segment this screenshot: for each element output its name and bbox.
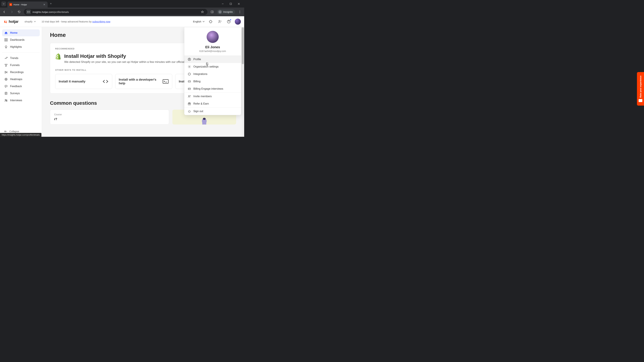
menu-user-email: 6167ae94@moodjoy.com	[188, 50, 238, 52]
sidebar-item-highlights[interactable]: Highlights	[2, 43, 40, 50]
menu-profile[interactable]: Profile	[184, 56, 241, 63]
chevron-down-icon	[202, 21, 204, 22]
menu-item-label: Profile	[193, 58, 201, 61]
install-developer-button[interactable]: Install with a developer's help	[115, 74, 172, 89]
sidebar-item-interviews[interactable]: Interviews	[2, 97, 40, 104]
scrollbar[interactable]	[242, 27, 244, 137]
menu-signout[interactable]: Sign out	[184, 108, 241, 115]
install-manually-button[interactable]: Install it manually	[55, 74, 112, 89]
new-tab-button[interactable]: +	[50, 2, 52, 5]
sidebar-item-heatmaps[interactable]: Heatmaps	[2, 76, 40, 83]
menu-item-label: Billing	[193, 80, 200, 83]
maximize-icon[interactable]	[229, 2, 233, 6]
back-button[interactable]	[2, 9, 7, 14]
hotjar-logo[interactable]: hotjar	[3, 19, 18, 24]
svg-rect-0	[230, 3, 232, 5]
menu-billing[interactable]: Billing	[184, 78, 241, 85]
trial-banner: 10 trial days left - keep advanced featu…	[42, 20, 110, 23]
menu-item-label: Integrations	[193, 72, 208, 76]
chevron-down-icon	[34, 21, 36, 22]
terminal-icon	[162, 79, 169, 84]
sidebar-item-recordings[interactable]: Recordings	[2, 69, 40, 76]
help-icon[interactable]	[226, 18, 232, 25]
puzzle-icon	[188, 72, 191, 76]
funnels-icon	[4, 63, 8, 67]
incognito-badge[interactable]: Incognito	[217, 9, 235, 14]
install-title: Install Hotjar with Shopify	[64, 53, 187, 59]
install-opt-label: Install it manually	[59, 80, 85, 83]
notification-dot-icon	[230, 19, 232, 21]
browser-tab[interactable]: Home - Hotjar	[8, 1, 48, 7]
subscribe-link[interactable]: subscribing now	[92, 20, 110, 23]
svg-rect-9	[5, 40, 6, 41]
hotjar-favicon-icon	[10, 3, 12, 6]
close-window-icon[interactable]	[237, 2, 241, 6]
hotjar-logo-icon	[3, 19, 8, 24]
menu-org-settings[interactable]: Organization settings	[184, 63, 241, 70]
side-panel-icon[interactable]	[210, 9, 215, 14]
reload-button[interactable]	[16, 9, 22, 14]
sidebar-item-funnels[interactable]: Funnels	[2, 62, 40, 69]
install-description: We detected Shopify on your site, so you…	[64, 60, 187, 64]
svg-point-14	[5, 99, 6, 100]
trends-icon	[4, 56, 8, 60]
integrations-icon[interactable]	[208, 18, 214, 25]
course-card[interactable]: Course r?	[50, 110, 169, 124]
language-switcher[interactable]: English	[193, 20, 204, 23]
sidebar-item-label: Home	[10, 31, 18, 34]
minimize-icon[interactable]	[221, 2, 225, 6]
svg-rect-7	[5, 38, 6, 39]
sidebar-item-label: Feedback	[10, 85, 22, 88]
svg-rect-19	[202, 122, 206, 124]
svg-point-20	[189, 58, 190, 59]
code-icon	[102, 79, 109, 84]
surveys-icon	[4, 92, 8, 95]
svg-rect-10	[6, 40, 8, 41]
menu-integrations[interactable]: Integrations	[184, 70, 241, 78]
org-switcher[interactable]: shopify	[24, 20, 36, 23]
power-icon	[188, 110, 191, 113]
sidebar-item-surveys[interactable]: Surveys	[2, 90, 40, 97]
menu-refer[interactable]: Refer & Earn	[184, 100, 241, 107]
org-name: shopify	[24, 20, 32, 23]
svg-point-15	[6, 100, 7, 101]
sidebar-item-feedback[interactable]: Feedback	[2, 83, 40, 90]
invite-members-icon	[188, 95, 191, 98]
close-icon[interactable]	[43, 3, 46, 6]
billing-engage-icon	[188, 87, 191, 90]
sidebar-item-trends[interactable]: Trends	[2, 55, 40, 62]
sidebar-item-label: Recordings	[10, 71, 24, 74]
user-menu: Eli Jones 6167ae94@moodjoy.com Profile O…	[184, 27, 241, 115]
svg-rect-1	[211, 11, 213, 13]
language-label: English	[193, 20, 201, 23]
sidebar-item-label: Dashboards	[10, 38, 24, 41]
svg-rect-18	[203, 118, 206, 120]
browser-menu-icon[interactable]	[237, 9, 242, 14]
svg-point-25	[188, 95, 190, 96]
install-option-3-button[interactable]: Inst	[175, 74, 185, 89]
menu-item-label: Refer & Earn	[193, 102, 209, 105]
collapse-icon	[4, 130, 8, 133]
bookmark-icon[interactable]	[200, 9, 205, 14]
forward-button[interactable]	[9, 9, 14, 14]
menu-user-name: Eli Jones	[188, 45, 238, 49]
billing-icon	[188, 80, 191, 83]
menu-invite[interactable]: Invite members	[184, 93, 241, 100]
shopify-icon	[55, 53, 61, 60]
course-question: r?	[54, 117, 165, 121]
course-tag: Course	[54, 113, 165, 116]
user-avatar[interactable]	[235, 18, 241, 25]
address-bar[interactable]: insights.hotjar.com/profile/details	[24, 9, 208, 15]
status-bar: https://insights.hotjar.com/profile/deta…	[0, 133, 42, 137]
heatmaps-icon	[4, 78, 8, 81]
invite-icon[interactable]	[217, 18, 223, 25]
menu-item-label: Invite members	[193, 95, 212, 98]
svg-rect-24	[188, 88, 190, 90]
profile-icon	[188, 58, 191, 61]
svg-point-3	[240, 12, 240, 12]
menu-billing-engage[interactable]: Billing Engage interviews	[184, 85, 241, 92]
sidebar-item-dashboards[interactable]: Dashboards	[2, 36, 40, 43]
sidebar-item-home[interactable]: Home	[2, 29, 40, 36]
tab-search-dropdown[interactable]	[1, 1, 6, 6]
site-info-icon[interactable]	[26, 9, 31, 14]
